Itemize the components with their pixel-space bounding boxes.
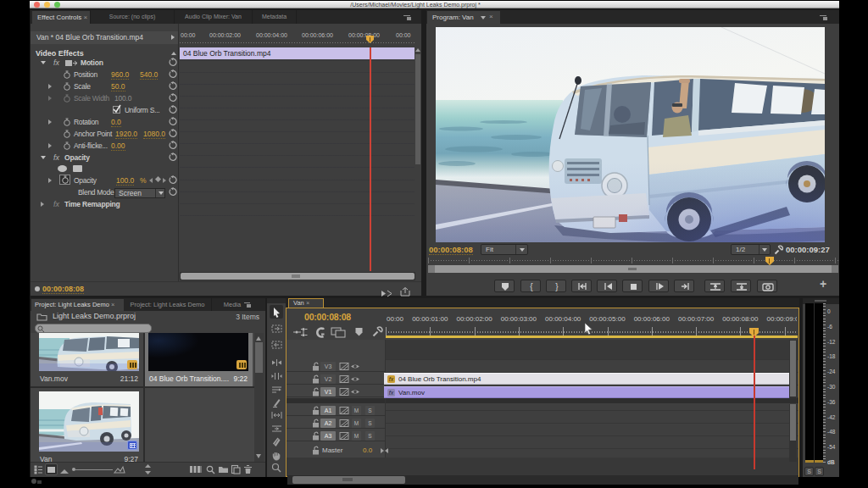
svg-text:}: }	[555, 282, 559, 291]
svg-text:{: {	[530, 282, 533, 291]
